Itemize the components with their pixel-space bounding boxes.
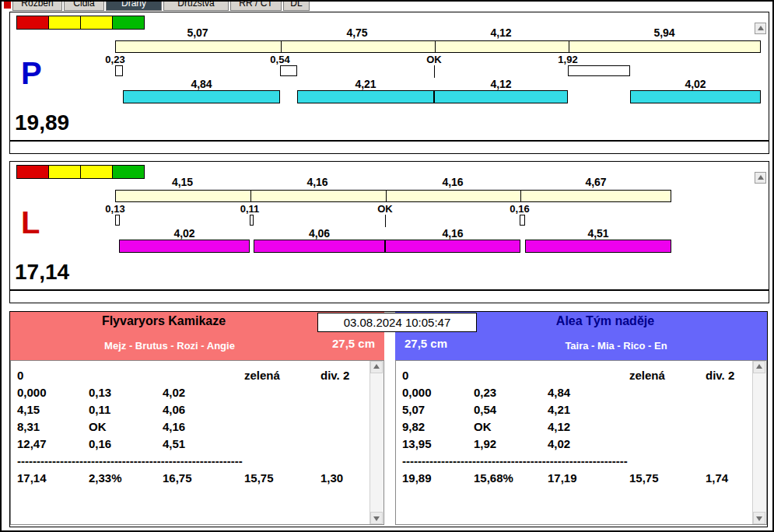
scroll-up-button[interactable]: [753, 361, 765, 373]
lane-total-time: 17,14: [15, 260, 69, 285]
changeover-box: [280, 65, 297, 76]
lane-l-scroll-up-button[interactable]: [755, 172, 766, 184]
lane-total-time: 19,89: [15, 110, 69, 135]
changeover-ok-mark: [385, 215, 386, 227]
cell: 17,14: [17, 470, 89, 487]
cell: 0,23: [474, 384, 548, 401]
app-window: Rozběh Čidla Dráhy Družstva RR / ČT DL 5…: [0, 0, 774, 532]
split-tick: [569, 41, 569, 52]
lane-panel-l: 4,15 4,16 4,16 4,67 0,13 0,11 OK 0,16 4,…: [9, 161, 769, 303]
cell: 4,06: [163, 401, 244, 418]
scroll-down-button[interactable]: [753, 512, 765, 524]
split-time: 5,07: [115, 26, 280, 38]
scroll-up-icon: [756, 364, 762, 369]
split-time: 4,15: [115, 176, 250, 187]
cell: 1,74: [706, 470, 752, 487]
team-right-height: 27,5 cm: [405, 337, 447, 350]
changeover-time: 0,11: [240, 203, 260, 215]
light-yellow1-icon: [48, 16, 81, 30]
split-time: 4,75: [280, 26, 434, 38]
scroll-down-button[interactable]: [370, 512, 383, 524]
cell: 4,12: [548, 418, 629, 436]
split-time: 4,16: [250, 176, 385, 187]
cell: zelená: [629, 367, 706, 384]
cell: [163, 367, 244, 384]
split-tick: [250, 191, 251, 201]
team-left-height: 27,5 cm: [332, 337, 375, 350]
cell: 0,000: [402, 384, 474, 401]
cell: 0,000: [17, 384, 89, 401]
light-yellow2-icon: [80, 16, 113, 30]
cell: 5,07: [402, 401, 474, 418]
scroll-down-icon: [373, 516, 380, 521]
dog-run-bar: [525, 240, 671, 253]
tab-drahy[interactable]: Dráhy: [106, 2, 162, 11]
cell: 4,51: [163, 436, 244, 453]
timestamp: 03.08.2024 10:05:47: [317, 313, 477, 332]
table-row: 13,95 1,92 4,02: [396, 436, 752, 453]
changeover-box: [568, 65, 630, 76]
team-right-scrollbar[interactable]: [752, 361, 766, 524]
table-row: 12,47 0,16 4,51: [11, 436, 369, 453]
light-red-icon: [16, 16, 49, 30]
changeover-box: [250, 215, 254, 226]
tab-rozbeh[interactable]: Rozběh: [12, 2, 62, 11]
changeover-box: [115, 215, 120, 226]
dog-run-time: 4,84: [123, 78, 280, 89]
cell: 8,31: [17, 418, 89, 436]
dog-run-time: 4,12: [434, 78, 568, 89]
cell: 9,82: [402, 418, 474, 436]
light-yellow1-icon: [48, 165, 81, 179]
table-header-row: 0 zelená div. 2: [396, 367, 752, 384]
dog-run-bar: [123, 90, 280, 103]
cell: 0: [402, 367, 474, 384]
dog-run-bar: [119, 240, 250, 253]
dog-run-time: 4,02: [119, 227, 250, 239]
table-row: 5,07 0,54 4,21: [396, 401, 752, 418]
changeover-time: 0,13: [105, 203, 124, 215]
cell: 4,15: [17, 401, 89, 418]
changeover-time: OK: [377, 203, 393, 215]
light-red-icon: [16, 165, 49, 179]
dog-run-time: 4,02: [630, 78, 761, 89]
changeover-time: OK: [426, 54, 442, 65]
tab-cidla[interactable]: Čidla: [64, 2, 104, 11]
split-time: 4,12: [434, 26, 568, 38]
cell: div. 2: [706, 367, 752, 384]
scroll-down-icon: [756, 516, 762, 521]
tab-dl[interactable]: DL: [283, 2, 310, 11]
separator-dashes: ----------------------------------------…: [402, 453, 629, 470]
split-tick: [386, 191, 387, 201]
team-left-table: 0 zelená div. 2 0,000 0,13 4,02 4,15 0,1…: [10, 360, 384, 525]
dog-run-bar: [434, 90, 568, 103]
cell: 15,75: [244, 470, 320, 487]
lane-letter: L: [21, 207, 40, 238]
dog-run-bar: [385, 240, 520, 253]
cell: zelená: [244, 367, 320, 384]
cell: 0,13: [89, 384, 163, 401]
tab-druzstva[interactable]: Družstva: [163, 2, 229, 11]
results-section: Flyvaryors Kamikaze Mejz - Brutus - Rozi…: [9, 311, 768, 527]
split-time: 5,94: [568, 26, 761, 38]
split-time: 4,67: [520, 176, 671, 187]
dog-run-time: 4,06: [254, 227, 385, 239]
cell: 0,16: [89, 436, 163, 453]
scroll-up-button[interactable]: [370, 361, 383, 373]
cell: 4,02: [163, 384, 244, 401]
split-tick: [281, 41, 282, 52]
table-totals-row: 19,89 15,68% 17,19 15,75 1,74: [396, 470, 752, 487]
cell: 4,02: [548, 436, 629, 453]
cell: 19,89: [402, 470, 474, 487]
scroll-up-icon: [758, 175, 764, 180]
split-track-bar: [115, 40, 761, 53]
lane-letter: P: [21, 58, 42, 89]
dog-run-bar: [297, 90, 434, 103]
changeover-time: 0,16: [510, 203, 529, 215]
dog-run-bar: [254, 240, 385, 253]
table-totals-row: 17,14 2,33% 16,75 15,75 1,30: [11, 470, 369, 487]
changeover-time: 1,92: [558, 54, 577, 65]
cell: 4,84: [548, 384, 629, 401]
changeover-box: [115, 65, 123, 76]
team-left-scrollbar[interactable]: [369, 361, 383, 524]
tab-rr-ct[interactable]: RR / ČT: [230, 2, 282, 11]
